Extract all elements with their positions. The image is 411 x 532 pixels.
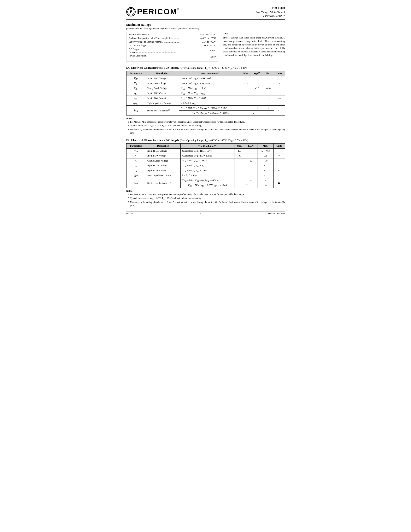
max-cell: ±1: [257, 173, 273, 178]
subtitle1: Low Voltage, 5Ω, 8-Channel: [256, 10, 285, 14]
min-cell: [241, 86, 251, 91]
unit-cell: [273, 163, 285, 168]
dc-33v-title: DC Electrical Characteristics, 3.3V Supp…: [126, 66, 285, 70]
cond-cell: VCC = Max., IIN = –6mA: [180, 158, 234, 163]
table-row: IIHInput HIGH CurrentVCC = Max., VIN = V…: [126, 91, 285, 96]
col-header: Description: [146, 143, 180, 148]
ratings-label: Supply Voltage to Ground Potential .....…: [128, 40, 186, 44]
typ-cell: [251, 76, 263, 81]
min-cell: [234, 178, 245, 183]
unit-cell: [274, 91, 285, 96]
col-header: Typ.(2): [251, 71, 263, 76]
logo-icon: P: [126, 7, 136, 17]
unit-cell: μA: [274, 96, 285, 101]
table-row: IILInput LOW CurrentVCC = Max., VIN = GN…: [126, 96, 285, 101]
footer-page-number: 2: [200, 212, 201, 215]
max-cell: ±1: [263, 91, 274, 96]
unit-cell: V: [273, 153, 285, 158]
ratings-row: Power Dissipation ......................…: [128, 54, 217, 61]
min-cell: –0.3: [234, 153, 245, 158]
unit-cell: [274, 86, 285, 91]
min-cell: [234, 183, 245, 188]
col-header: Min.: [241, 71, 251, 76]
typ-cell: 4: [245, 178, 257, 183]
typ-cell: –0.7: [245, 158, 257, 163]
cond-cell: VCC = Min., IIN = –18mA: [179, 86, 241, 91]
dc-25v-title: DC Electrical Characteristics, 2.5V Supp…: [126, 139, 285, 142]
cond-cell: Guaranteed Logic LOW Level: [180, 153, 234, 158]
min-cell: [241, 91, 251, 96]
col-header: Parameters: [126, 143, 146, 148]
dc-25v-notes: Notes: For Max. or Min. conditions, use …: [126, 190, 285, 207]
max-ratings-container: Storage Temperature ....................…: [126, 32, 285, 62]
desc-cell: Clamp Diode Voltage: [146, 158, 180, 163]
min-cell: [241, 110, 251, 115]
min-cell: [234, 163, 245, 168]
typ-cell: [245, 173, 257, 178]
unit-cell: V: [274, 81, 285, 86]
dc-25v-section: DC Electrical Characteristics, 2.5V Supp…: [126, 139, 285, 207]
unit-cell: [273, 158, 285, 163]
max-cell: 0.8: [257, 153, 273, 158]
table-row: RONSwitch On-Resistance(3)VCC = Min.,VIN…: [126, 106, 285, 111]
param-cell: VIL: [126, 153, 146, 158]
max-cell: VCC +0.3: [257, 148, 273, 153]
typ-cell: –1.3: [251, 86, 263, 91]
ratings-data-table: Storage Temperature ....................…: [128, 33, 217, 61]
desc-cell: Clamp Diode Voltage: [145, 86, 179, 91]
param-cell: IOZH: [126, 101, 145, 106]
ratings-label: DC Input Voltage .......................…: [128, 44, 186, 48]
min-cell: [241, 101, 251, 106]
unit-cell: Ω: [273, 178, 285, 188]
table-row: VIKClamp Diode VoltageVCC = Min., IIN = …: [126, 86, 285, 91]
typ-cell: [245, 148, 257, 153]
ratings-value: –65°C to +150°C: [186, 33, 216, 36]
param-cell: VIH: [126, 76, 145, 81]
typ-cell: [251, 96, 263, 101]
typ-cell: 5: [251, 110, 263, 115]
unit-cell: [273, 173, 285, 178]
table-row: VIKClamp Diode VoltageVCC = Max., IIN = …: [126, 158, 285, 163]
note-item: For Max. or Min. conditions, use appropr…: [130, 120, 285, 124]
desc-cell: Input LOW Voltage: [145, 81, 179, 86]
typ-cell: [251, 91, 263, 96]
dc-25v-table: ParametersDescriptionTest Conditions(1)M…: [126, 143, 285, 188]
cond-cell: VCC = Max., VIN = VCC: [180, 163, 234, 168]
dc-33v-notes: Notes: For Max. or Min. conditions, use …: [126, 117, 285, 135]
dc-33v-table: ParametersDescriptionTest Conditions(1)M…: [126, 71, 285, 115]
table-row: IOZHHigh-Impedence Current0 ≤ A, B ≤ VCC…: [126, 101, 285, 106]
cond-cell: Guaranteed Logic HIGH Level: [180, 148, 234, 153]
desc-cell: Switch On-Resistance(3): [145, 106, 179, 115]
col-header: Test Conditions(1): [180, 143, 234, 148]
param-cell: IIL: [126, 96, 145, 101]
typ-cell: 7: [245, 183, 257, 188]
ratings-value: –40°C to +85°C: [186, 36, 216, 40]
col-header: Typ.(2): [245, 143, 257, 148]
min-cell: [241, 106, 251, 111]
table-row: RONSwitch On-Resistance(3)VCC = Min., VI…: [126, 178, 285, 183]
ratings-value: 120mA: [186, 48, 216, 54]
note-item: Measured by the voltage drop between A a…: [130, 201, 285, 207]
param-cell: VIL: [126, 81, 145, 86]
max-cell: 8: [263, 110, 274, 115]
cond-cell: VCC = Max., VIN = GND: [179, 96, 241, 101]
cond-cell: VCC = Max., VIN = GND: [180, 168, 234, 173]
typ-cell: [245, 163, 257, 168]
dc-33v-section: DC Electrical Characteristics, 3.3V Supp…: [126, 66, 285, 135]
desc-cell: Inout LOW Voltage: [146, 153, 180, 158]
desc-cell: High Impedance Current: [146, 173, 180, 178]
max-cell: [263, 76, 274, 81]
max-cell: ±1: [257, 163, 273, 168]
max-ratings-note: Note: Stresses greater than those listed…: [223, 32, 285, 62]
ratings-row: DC Output Current.......................…: [128, 48, 217, 54]
max-cell: 8: [257, 178, 273, 183]
table-row: IILInput LOW CurrentVCC = Max., VIN = GN…: [126, 168, 285, 173]
table-row: VIHInput HIGH VoltageGuaranteed Logic HI…: [126, 148, 285, 153]
page-header: P PERICOM® PI3CH800 Low Voltage, 5Ω, 8-C…: [126, 6, 285, 18]
table-row: VIHInput HIGH VoltageGuaranteed Logic HI…: [126, 76, 285, 81]
note-item: Typical values are at VCC = 3.3V, TA = 2…: [130, 124, 285, 128]
table-row: IIHInput HIGH CurrentVCC = Max., VIN = V…: [126, 163, 285, 168]
cond-cell: 0 ≤ A, B ≤ VCC: [179, 101, 241, 106]
cond-cell: VCC = Min., VIN = 2.25V, ION = –15mA: [180, 183, 234, 188]
unit-cell: Ω: [274, 106, 285, 115]
